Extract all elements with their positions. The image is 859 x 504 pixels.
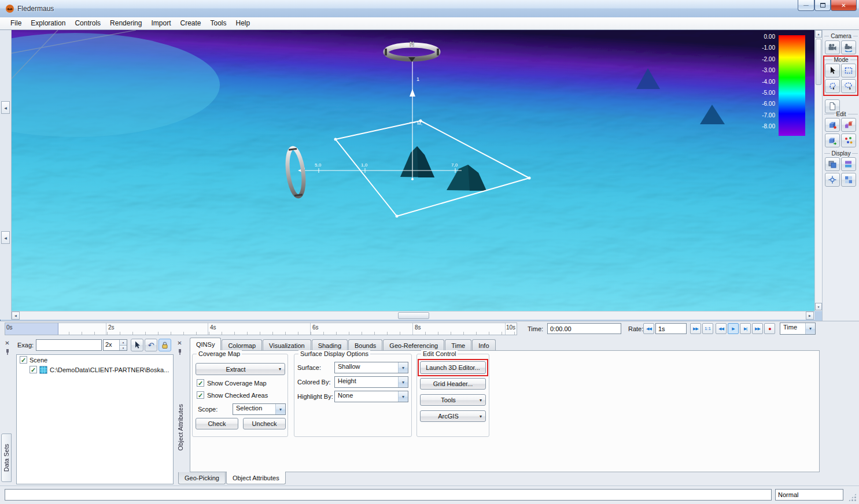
scope-combo[interactable]: Selection ▾ <box>233 403 286 415</box>
tab-info[interactable]: Info <box>472 339 495 351</box>
edit-move-cube-button[interactable] <box>825 134 840 147</box>
scene-viewport[interactable]: 5,0 1,0 7,0 1 M, N <box>12 30 814 311</box>
arcgis-dropdown-button[interactable]: ArcGIS ▾ <box>420 410 486 422</box>
skip-to-start-button[interactable]: ◀◀ <box>716 323 727 334</box>
menu-create[interactable]: Create <box>175 17 205 29</box>
tree-row-dataset[interactable]: ✓ C:\DemoData\CLIENT-PARTNER\Boska... <box>17 365 173 375</box>
tree-item-label: C:\DemoData\CLIENT-PARTNER\Boska... <box>50 366 169 373</box>
vertical-scrollbar[interactable]: ▲ ▼ <box>814 30 822 311</box>
tab-object-attributes[interactable]: Object Attributes <box>226 472 286 484</box>
horizontal-scrollbar[interactable]: ◀ ▶ <box>12 311 814 320</box>
spinner-up-icon[interactable]: ▴ <box>120 340 127 346</box>
collapse-left-button-2[interactable]: ◀ <box>1 231 10 244</box>
tab-time[interactable]: Time <box>445 339 471 351</box>
title-bar[interactable]: Fledermaus — ✕ <box>0 0 859 17</box>
collapse-left-button-1[interactable]: ◀ <box>1 101 10 114</box>
lock-button[interactable] <box>158 339 171 351</box>
tree-row-scene[interactable]: ✓ Scene <box>17 355 173 365</box>
record-button[interactable]: ● <box>764 323 775 334</box>
play-button[interactable]: ▶ <box>728 323 739 334</box>
mode-pointer-button[interactable] <box>825 64 840 77</box>
step-forward-button[interactable]: ▶| <box>740 323 751 334</box>
menu-file[interactable]: File <box>6 17 26 29</box>
camera-orbit-button[interactable] <box>841 40 856 54</box>
spinner-down-icon[interactable]: ▾ <box>120 346 127 351</box>
scroll-left-button[interactable]: ◀ <box>12 312 20 320</box>
menu-tools[interactable]: Tools <box>206 17 231 29</box>
camera-view-button[interactable] <box>825 40 840 54</box>
highlight-by-combo[interactable]: None ▾ <box>334 391 408 402</box>
surface-combo[interactable]: Shallow ▾ <box>334 362 408 373</box>
menu-rendering[interactable]: Rendering <box>105 17 146 29</box>
vertical-scroll-thumb[interactable] <box>816 39 821 85</box>
exag-input[interactable] <box>36 339 102 351</box>
mode-polygon-select-button[interactable] <box>825 79 840 93</box>
status-message-field[interactable] <box>5 489 772 501</box>
datasets-close-button[interactable]: ✕ <box>3 339 11 347</box>
rate-rewind-button[interactable]: ◀◀ <box>643 323 654 334</box>
ratio-button[interactable]: 1:1 <box>702 323 713 334</box>
tab-colormap[interactable]: Colormap <box>222 339 262 351</box>
edit-cube-button[interactable] <box>825 118 840 132</box>
display-crosshair-button[interactable] <box>825 173 840 187</box>
pick-pointer-button[interactable] <box>131 339 143 351</box>
tab-geo-picking[interactable]: Geo-Picking <box>178 472 226 484</box>
tab-bounds[interactable]: Bounds <box>348 339 382 351</box>
check-button[interactable]: Check <box>196 418 238 429</box>
scene-checkbox[interactable]: ✓ <box>20 356 27 364</box>
menu-import[interactable]: Import <box>146 17 175 29</box>
interaction-mode-field[interactable] <box>775 489 843 501</box>
show-checked-areas-checkbox[interactable]: ✓ <box>197 391 204 399</box>
chevron-down-icon: ▾ <box>275 404 285 414</box>
exag-spinner[interactable]: 2x ▴ ▾ <box>103 339 127 351</box>
scroll-up-button[interactable]: ▲ <box>815 30 822 38</box>
dataset-checkbox[interactable]: ✓ <box>30 366 37 373</box>
undo-button[interactable]: ↶ <box>145 339 157 351</box>
tools-dropdown-button[interactable]: Tools ▾ <box>420 394 486 406</box>
menu-help[interactable]: Help <box>231 17 255 29</box>
attributes-close-button[interactable]: ✕ <box>176 339 183 347</box>
extract-dropdown[interactable]: Extract ▾ <box>196 363 285 375</box>
tab-qinsy[interactable]: QINSy <box>190 338 221 351</box>
timeline-mode-combo[interactable]: Time ▾ <box>780 323 816 335</box>
resize-grip[interactable] <box>848 493 857 502</box>
scroll-down-button[interactable]: ▼ <box>815 303 822 310</box>
display-grid-button[interactable] <box>841 173 856 187</box>
datasets-pin-icon[interactable] <box>5 349 10 355</box>
edit-cubes-button[interactable] <box>841 118 856 132</box>
fast-forward-button[interactable]: ▶▶ <box>690 323 701 334</box>
menu-controls[interactable]: Controls <box>70 17 105 29</box>
horizontal-scroll-thumb[interactable] <box>398 312 429 319</box>
timeline-selection[interactable] <box>5 323 58 335</box>
rate-value-field[interactable] <box>655 323 687 334</box>
tab-geo-referencing[interactable]: Geo-Referencing <box>383 339 444 351</box>
timeline-ruler[interactable]: 0s 2s 4s 6s 8s 10s <box>5 323 517 335</box>
display-layers-button[interactable] <box>825 157 840 171</box>
bathymetry-scene[interactable]: 5,0 1,0 7,0 1 M, N <box>12 30 814 311</box>
grid-header-button[interactable]: Grid Header... <box>420 378 486 390</box>
time-value-field[interactable] <box>547 323 621 334</box>
uncheck-button[interactable]: Uncheck <box>243 418 286 429</box>
skip-end-icon: ▶▶ <box>755 327 760 331</box>
maximize-button[interactable] <box>814 0 831 11</box>
fast-forward-icon: ▶▶ <box>693 327 698 331</box>
display-panels-button[interactable] <box>841 157 856 171</box>
menu-exploration[interactable]: Exploration <box>26 17 70 29</box>
show-coverage-map-row[interactable]: ✓ Show Coverage Map <box>197 379 267 387</box>
attributes-pin-icon[interactable] <box>177 349 183 355</box>
scroll-right-button[interactable]: ▶ <box>806 312 814 320</box>
show-coverage-map-checkbox[interactable]: ✓ <box>197 379 204 387</box>
mode-rectangle-select-button[interactable] <box>841 64 856 77</box>
edit-points-button[interactable] <box>841 134 856 147</box>
scene-tree[interactable]: ✓ Scene ✓ C:\DemoData\CLIENT-PARTNER\Bos… <box>16 354 174 484</box>
minimize-button[interactable]: — <box>798 0 814 11</box>
tab-visualization[interactable]: Visualization <box>263 339 311 351</box>
mode-lasso-select-button[interactable] <box>841 79 856 93</box>
dock-tab-data-sets[interactable]: Data Sets <box>1 433 12 482</box>
tab-shading[interactable]: Shading <box>312 339 348 351</box>
skip-to-end-button[interactable]: ▶▶ <box>752 323 763 334</box>
show-checked-areas-row[interactable]: ✓ Show Checked Areas <box>197 391 268 399</box>
launch-3d-editor-button[interactable]: Launch 3D Editor... <box>420 361 486 374</box>
colored-by-combo[interactable]: Height ▾ <box>334 376 408 388</box>
close-button[interactable]: ✕ <box>831 0 857 11</box>
